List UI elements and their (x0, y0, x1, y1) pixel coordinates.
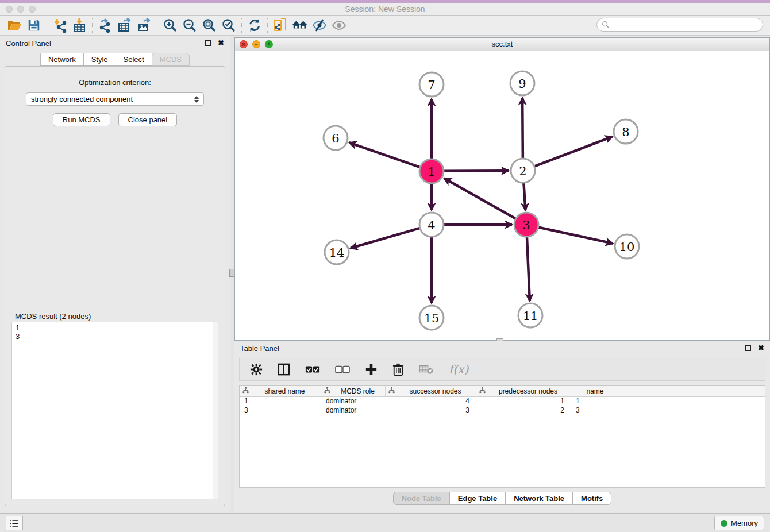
tab-select[interactable]: Select (116, 53, 152, 66)
graph-edge-2-3[interactable] (523, 183, 525, 210)
column-header-successor-nodes[interactable]: successor nodes (386, 386, 476, 396)
close-panel-icon[interactable]: ✖ (218, 40, 224, 46)
search-input[interactable] (613, 21, 763, 29)
tab-node-table[interactable]: Node Table (393, 492, 449, 505)
cell-mcds-role[interactable]: dominator (321, 406, 386, 415)
graph-node-label-6: 6 (332, 132, 339, 145)
result-scrollbar[interactable] (213, 322, 218, 499)
save-session-button[interactable] (24, 17, 44, 34)
houses-icon (292, 18, 308, 33)
search-box[interactable] (596, 18, 763, 32)
graph-edge-1-6[interactable] (349, 142, 421, 167)
run-mcds-button[interactable]: Run MCDS (53, 113, 110, 126)
control-panel-title: Control Panel (6, 39, 205, 48)
select-stepper-icon (194, 96, 199, 103)
control-panel-tabs: Network Style Select MCDS (0, 53, 230, 66)
columns-icon (278, 363, 290, 376)
export-table-button[interactable] (115, 17, 134, 34)
export-image-button[interactable] (134, 17, 154, 34)
column-header-mcds-role[interactable]: MCDS role (321, 386, 386, 396)
delete-table-button[interactable] (419, 364, 434, 375)
cell-successor-nodes[interactable]: 3 (386, 406, 476, 415)
open-folder-icon (7, 18, 22, 33)
show-panels-button[interactable] (6, 516, 23, 530)
tab-network-table[interactable]: Network Table (505, 492, 572, 505)
zoom-out-icon (182, 18, 197, 33)
plus-icon (365, 363, 378, 376)
show-all-button[interactable] (329, 17, 349, 34)
float-table-panel-icon[interactable] (745, 345, 751, 351)
cell-predecessor-nodes[interactable]: 2 (476, 406, 571, 415)
graph-edge-1-2[interactable] (444, 171, 509, 171)
tab-style[interactable]: Style (83, 53, 116, 66)
cell-name[interactable]: 3 (571, 406, 619, 415)
select-all-columns-button[interactable] (305, 365, 320, 373)
unselect-all-columns-button[interactable] (335, 365, 350, 373)
float-panel-icon[interactable] (205, 40, 211, 46)
show-column-button[interactable] (278, 363, 290, 376)
column-header-name[interactable]: name (571, 386, 619, 396)
search-icon (602, 21, 610, 29)
hierarchy-icon (388, 387, 395, 395)
delete-column-button[interactable] (392, 363, 404, 376)
table-row[interactable]: 3 dominator 3 2 3 (240, 406, 765, 415)
graph-node-label-1: 1 (428, 165, 435, 179)
refresh-view-button[interactable] (245, 17, 264, 34)
mcds-result-title: MCDS result (2 nodes) (13, 312, 93, 321)
graph-edge-2-9[interactable] (522, 98, 523, 159)
hide-selected-button[interactable] (310, 17, 329, 34)
function-builder-button[interactable]: f(x) (449, 363, 468, 376)
toolbar-separator (157, 18, 157, 33)
cell-mcds-role[interactable]: dominator (321, 397, 386, 406)
graph-edge-3-11[interactable] (527, 237, 530, 301)
cell-predecessor-nodes[interactable]: 1 (476, 397, 571, 406)
unchecked-boxes-icon (335, 365, 350, 373)
cell-name[interactable]: 1 (571, 397, 619, 406)
cell-successor-nodes[interactable]: 4 (386, 397, 476, 406)
open-session-button[interactable] (5, 17, 24, 34)
column-header-predecessor-nodes[interactable]: predecessor nodes (476, 386, 571, 396)
column-header-shared-name[interactable]: shared name (240, 386, 321, 396)
hierarchy-icon (324, 387, 330, 395)
zoom-in-button[interactable] (160, 17, 180, 34)
memory-button[interactable]: Memory (714, 516, 764, 530)
node-table: shared name MCDS role successor nodes pr… (239, 385, 765, 488)
graph-edge-4-14[interactable] (351, 228, 420, 248)
graph-edge-3-10[interactable] (538, 227, 613, 243)
zoom-selected-button[interactable] (219, 17, 238, 34)
zoom-fit-button[interactable] (199, 17, 219, 34)
save-floppy-icon (27, 18, 41, 32)
optimization-criterion-select[interactable]: strongly connected component (26, 92, 204, 106)
zoom-selected-icon (221, 18, 236, 33)
export-network-button[interactable] (95, 17, 115, 34)
import-network-button[interactable] (50, 17, 70, 34)
import-table-icon (72, 18, 87, 33)
tab-edge-table[interactable]: Edge Table (449, 492, 505, 505)
checked-boxes-icon (305, 365, 320, 373)
close-table-panel-icon[interactable]: ✖ (758, 345, 764, 351)
cell-shared-name[interactable]: 3 (240, 406, 321, 415)
graph-edge-3-1[interactable] (444, 178, 516, 218)
tab-network[interactable]: Network (40, 53, 83, 66)
zoom-out-button[interactable] (180, 17, 199, 34)
graph-edge-2-8[interactable] (534, 137, 613, 167)
first-neighbors-button[interactable] (290, 17, 310, 34)
network-graph[interactable]: 7968124314101511 (235, 51, 769, 340)
import-table-button[interactable] (70, 17, 89, 34)
graph-node-label-2: 2 (519, 164, 526, 178)
tab-mcds[interactable]: MCDS (152, 53, 190, 66)
table-settings-button[interactable] (250, 363, 263, 376)
network-window-titlebar[interactable]: ✕ − + scc.txt (235, 38, 769, 51)
new-network-from-selection-button[interactable] (271, 17, 290, 34)
gear-icon (250, 363, 263, 376)
network-window-title: scc.txt (235, 40, 769, 48)
network-canvas[interactable]: 7968124314101511 (235, 51, 769, 340)
mcds-result-text[interactable]: 1 3 (11, 322, 218, 499)
create-column-button[interactable] (365, 363, 378, 376)
table-row[interactable]: 1 dominator 4 1 1 (240, 397, 765, 406)
tab-motifs[interactable]: Motifs (572, 492, 611, 505)
network-view-window: ✕ − + scc.txt 7968124314101511 (234, 37, 770, 341)
zoom-fit-icon (202, 18, 217, 33)
cell-shared-name[interactable]: 1 (240, 397, 321, 406)
close-panel-button[interactable]: Close panel (118, 113, 178, 126)
